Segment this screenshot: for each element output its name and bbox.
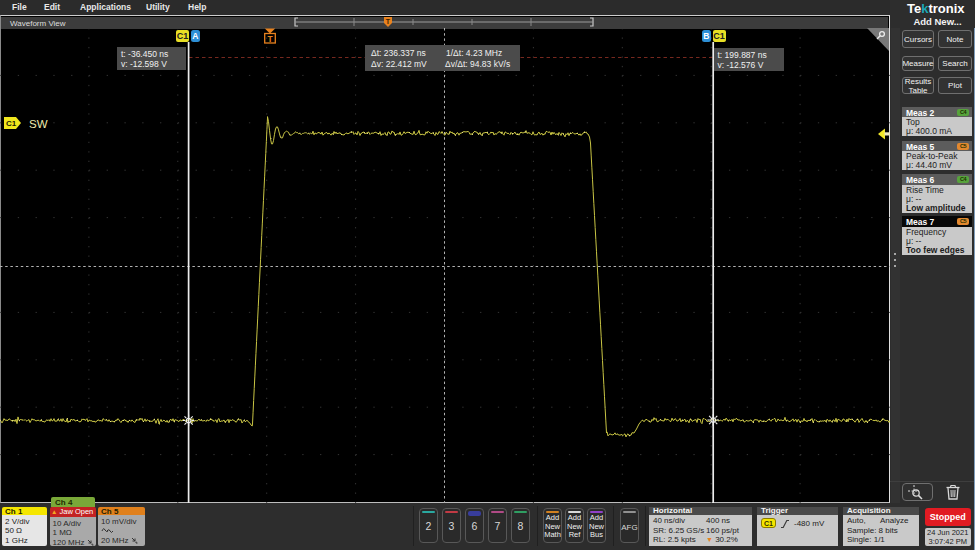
svg-text:SW: SW bbox=[29, 118, 48, 130]
svg-text:C1: C1 bbox=[6, 119, 17, 128]
svg-text:T: T bbox=[386, 18, 391, 25]
svg-text:T: T bbox=[267, 34, 273, 44]
